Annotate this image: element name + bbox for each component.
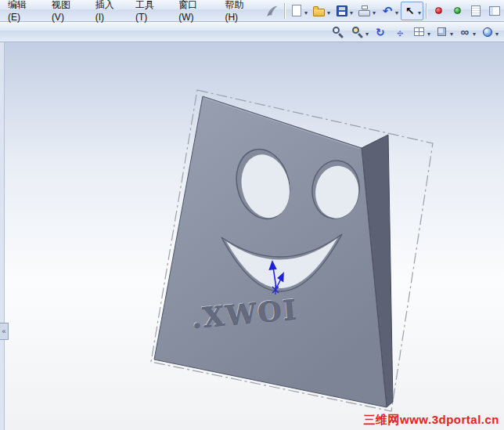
menu-window[interactable]: 窗口(W) bbox=[172, 0, 218, 26]
menu-insert[interactable]: 插入(I) bbox=[89, 0, 129, 26]
panel-icon bbox=[488, 4, 502, 18]
dropdown-caret[interactable]: ▾ bbox=[365, 27, 369, 38]
dropdown-caret[interactable]: ▾ bbox=[373, 5, 376, 16]
graphics-viewport[interactable]: .XWOI .XWOI 三维网www.3dportal.cn bbox=[0, 42, 504, 430]
model-canvas[interactable]: .XWOI .XWOI bbox=[0, 42, 504, 430]
notebook-icon bbox=[469, 4, 483, 18]
menu-view[interactable]: 视图(V) bbox=[45, 0, 89, 26]
rebuild-go-button[interactable] bbox=[448, 2, 466, 20]
open-folder-icon bbox=[312, 4, 326, 18]
undo-button[interactable]: ▾ bbox=[378, 2, 401, 20]
watermark: 三维网www.3dportal.cn bbox=[364, 413, 499, 428]
display-style-cube-icon bbox=[435, 25, 449, 39]
open-button[interactable]: ▾ bbox=[310, 2, 333, 20]
new-document-button[interactable]: ▾ bbox=[287, 2, 310, 20]
standard-toolbar: ▾ ▾ ▾ ▾ ▾ bbox=[287, 2, 423, 20]
glasses-icon bbox=[458, 25, 472, 39]
hide-show-items-button[interactable]: ▾ bbox=[455, 23, 478, 41]
model-plate[interactable] bbox=[154, 96, 387, 407]
zoom-area-button[interactable]: ▾ bbox=[348, 23, 371, 41]
menu-tools[interactable]: 工具(T) bbox=[129, 0, 172, 26]
rotate-view-icon bbox=[373, 25, 387, 39]
dropdown-caret[interactable]: ▾ bbox=[473, 27, 476, 38]
dropdown-caret[interactable]: ▾ bbox=[450, 27, 453, 38]
appearance-button[interactable]: ▾ bbox=[478, 23, 501, 41]
pan-arrows-icon bbox=[393, 25, 407, 39]
menu-edit[interactable]: 编辑(E) bbox=[2, 0, 45, 26]
menu-help[interactable]: 帮助(H) bbox=[218, 0, 263, 26]
rebuild-stop-button[interactable] bbox=[429, 2, 448, 20]
undo-arrow-icon bbox=[380, 4, 394, 18]
view-orientation-icon bbox=[412, 25, 427, 39]
dropdown-caret[interactable]: ▾ bbox=[350, 5, 353, 16]
solidworks-window: 编辑(E) 视图(V) 插入(I) 工具(T) 窗口(W) 帮助(H) bbox=[0, 0, 504, 430]
toolbar-separator bbox=[426, 3, 427, 19]
print-icon bbox=[358, 4, 372, 18]
toolbar-separator bbox=[284, 3, 285, 19]
view-orientation-button[interactable]: ▾ bbox=[410, 23, 433, 41]
rotate-view-button[interactable] bbox=[371, 23, 391, 41]
dropdown-caret[interactable]: ▾ bbox=[304, 5, 308, 16]
dropdown-caret[interactable]: ▾ bbox=[418, 5, 421, 16]
save-button[interactable]: ▾ bbox=[333, 2, 355, 20]
red-dot-icon bbox=[431, 4, 445, 18]
save-floppy-icon bbox=[335, 4, 349, 18]
magnifier-icon bbox=[331, 25, 345, 39]
magnifier-area-icon bbox=[351, 25, 365, 39]
menu-bar: 编辑(E) 视图(V) 插入(I) 工具(T) 窗口(W) 帮助(H) bbox=[0, 0, 504, 22]
dropdown-caret[interactable]: ▾ bbox=[327, 5, 330, 16]
print-button[interactable]: ▾ bbox=[355, 2, 378, 20]
dropdown-caret[interactable]: ▾ bbox=[427, 27, 430, 38]
select-button[interactable]: ▾ bbox=[401, 2, 423, 20]
design-binder-button[interactable] bbox=[466, 2, 485, 20]
new-document-icon bbox=[290, 4, 304, 18]
display-style-button[interactable]: ▾ bbox=[433, 23, 455, 41]
view-toolbar-buttons: ▾ ▾ ▾ bbox=[329, 23, 501, 41]
standard-toolbar-extra bbox=[429, 2, 504, 20]
solidworks-logo-icon bbox=[265, 3, 280, 19]
green-dot-icon bbox=[450, 4, 464, 18]
zoom-fit-button[interactable] bbox=[329, 23, 348, 41]
dropdown-caret[interactable]: ▾ bbox=[495, 27, 499, 38]
task-pane-button[interactable] bbox=[485, 2, 504, 20]
appearance-ball-icon bbox=[481, 25, 495, 39]
dropdown-caret[interactable]: ▾ bbox=[395, 5, 398, 16]
pan-button[interactable] bbox=[391, 23, 410, 41]
select-cursor-icon bbox=[403, 4, 417, 18]
menu-items: 编辑(E) 视图(V) 插入(I) 工具(T) 窗口(W) 帮助(H) bbox=[2, 0, 263, 26]
